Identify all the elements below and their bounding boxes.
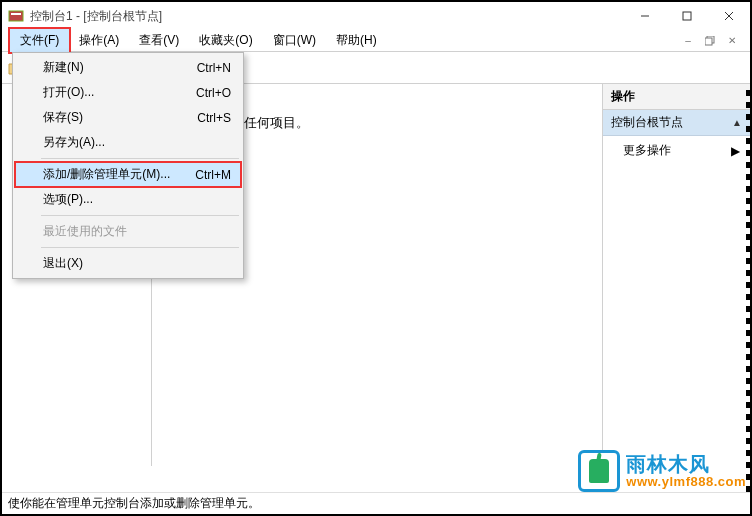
collapse-icon: ▲	[732, 117, 742, 128]
minimize-button[interactable]	[624, 2, 666, 30]
menu-action[interactable]: 操作(A)	[69, 29, 129, 52]
mdi-child-controls: – ✕	[680, 34, 750, 48]
menubar: 文件(F) 操作(A) 查看(V) 收藏夹(O) 窗口(W) 帮助(H) – ✕…	[2, 30, 750, 52]
window-controls	[624, 2, 750, 30]
actions-panel: 操作 控制台根节点 ▲ 更多操作 ▶	[602, 84, 750, 466]
menu-separator	[41, 247, 239, 248]
svg-rect-1	[11, 13, 21, 15]
menu-window[interactable]: 窗口(W)	[263, 29, 326, 52]
menu-item-label: 添加/删除管理单元(M)...	[43, 166, 170, 183]
actions-more-label: 更多操作	[623, 142, 671, 159]
menu-favorites[interactable]: 收藏夹(O)	[189, 29, 262, 52]
menu-item-label: 选项(P)...	[43, 191, 93, 208]
file-dropdown: 新建(N) Ctrl+N 打开(O)... Ctrl+O 保存(S) Ctrl+…	[12, 52, 244, 279]
empty-message: 这里没有任何项目。	[192, 114, 582, 132]
chevron-right-icon: ▶	[731, 144, 740, 158]
menu-item-recent-files: 最近使用的文件	[15, 219, 241, 244]
actions-more[interactable]: 更多操作 ▶	[603, 136, 750, 165]
menu-help[interactable]: 帮助(H)	[326, 29, 387, 52]
menu-item-save[interactable]: 保存(S) Ctrl+S	[15, 105, 241, 130]
menu-item-label: 保存(S)	[43, 109, 83, 126]
menu-item-label: 最近使用的文件	[43, 223, 127, 240]
actions-subheader-label: 控制台根节点	[611, 114, 683, 131]
menu-item-new[interactable]: 新建(N) Ctrl+N	[15, 55, 241, 80]
menu-item-open[interactable]: 打开(O)... Ctrl+O	[15, 80, 241, 105]
menu-item-label: 新建(N)	[43, 59, 84, 76]
child-close-button[interactable]: ✕	[724, 34, 740, 48]
menu-item-label: 打开(O)...	[43, 84, 94, 101]
decorative-edge	[746, 84, 750, 492]
svg-rect-0	[9, 11, 23, 21]
close-button[interactable]	[708, 2, 750, 30]
menu-view[interactable]: 查看(V)	[129, 29, 189, 52]
actions-subheader[interactable]: 控制台根节点 ▲	[603, 110, 750, 136]
menu-item-exit[interactable]: 退出(X)	[15, 251, 241, 276]
watermark-logo-icon	[578, 450, 620, 492]
svg-rect-7	[705, 38, 712, 45]
mmc-icon	[8, 8, 24, 24]
menu-item-shortcut: Ctrl+S	[197, 111, 231, 125]
svg-rect-3	[683, 12, 691, 20]
menu-item-options[interactable]: 选项(P)...	[15, 187, 241, 212]
statusbar: 使你能在管理单元控制台添加或删除管理单元。	[2, 492, 750, 514]
menu-item-save-as[interactable]: 另存为(A)...	[15, 130, 241, 155]
menu-item-label: 退出(X)	[43, 255, 83, 272]
titlebar: 控制台1 - [控制台根节点]	[2, 2, 750, 30]
watermark-url: www.ylmf888.com	[626, 475, 746, 489]
menu-separator	[41, 158, 239, 159]
child-restore-button[interactable]	[702, 34, 718, 48]
menu-file[interactable]: 文件(F)	[10, 29, 69, 52]
window-title: 控制台1 - [控制台根节点]	[30, 8, 162, 25]
menu-item-shortcut: Ctrl+O	[196, 86, 231, 100]
menu-item-shortcut: Ctrl+N	[197, 61, 231, 75]
watermark-title: 雨林木风	[626, 453, 746, 475]
actions-header: 操作	[603, 84, 750, 110]
menu-separator	[41, 215, 239, 216]
child-minimize-button[interactable]: –	[680, 34, 696, 48]
maximize-button[interactable]	[666, 2, 708, 30]
menu-item-label: 另存为(A)...	[43, 134, 105, 151]
menu-item-add-remove-snapin[interactable]: 添加/删除管理单元(M)... Ctrl+M	[15, 162, 241, 187]
menu-item-shortcut: Ctrl+M	[195, 168, 231, 182]
status-text: 使你能在管理单元控制台添加或删除管理单元。	[8, 495, 260, 512]
watermark: 雨林木风 www.ylmf888.com	[578, 450, 746, 492]
